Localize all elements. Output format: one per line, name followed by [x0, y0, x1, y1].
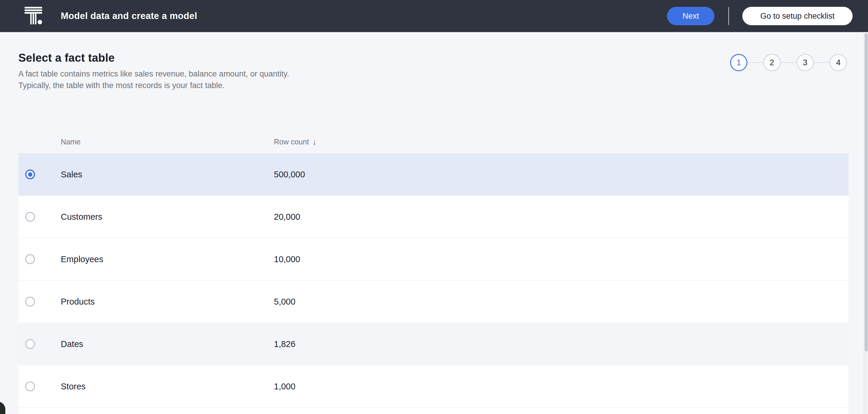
- table-cell-name: Customers: [61, 212, 102, 222]
- table-row-products[interactable]: Products 5,000: [19, 280, 848, 323]
- table-cell-name: Sales: [61, 170, 83, 179]
- next-button[interactable]: Next: [667, 7, 714, 25]
- scrollbar-thumb[interactable]: [865, 33, 868, 351]
- radio-button[interactable]: [25, 297, 35, 307]
- step-4[interactable]: 4: [830, 54, 847, 71]
- table-row-customers[interactable]: Customers 20,000: [19, 196, 848, 238]
- radio-button[interactable]: [25, 212, 35, 222]
- thoughtspot-logo-icon: [25, 7, 42, 25]
- table-cell-row-count: 10,000: [274, 255, 300, 264]
- table-row-employees[interactable]: Employees 10,000: [19, 238, 848, 280]
- page-description-line1: A fact table contains metrics like sales…: [19, 68, 289, 80]
- column-header-row-count-label: Row count: [274, 138, 309, 146]
- column-header-name[interactable]: Name: [61, 138, 81, 146]
- step-2[interactable]: 2: [763, 54, 780, 71]
- fact-table-list: Sales 500,000 Customers 20,000 Employees…: [19, 153, 848, 414]
- step-1[interactable]: 1: [730, 54, 747, 71]
- table-cell-row-count: 1,000: [274, 382, 296, 391]
- table-cell-name: Employees: [61, 255, 103, 264]
- table-cell-row-count: 1,826: [274, 339, 296, 349]
- table-cell-name: Stores: [61, 382, 86, 391]
- table-cell-row-count: 20,000: [274, 212, 300, 222]
- radio-button[interactable]: [25, 382, 35, 391]
- radio-button[interactable]: [25, 170, 35, 179]
- step-connector: [747, 62, 763, 63]
- table-row-stores[interactable]: Stores 1,000: [19, 365, 848, 408]
- page-description-line2: Typically, the table with the most recor…: [19, 80, 289, 91]
- table-cell-row-count: 5,000: [274, 297, 296, 307]
- window-title: Model data and create a model: [61, 11, 197, 21]
- page-heading: Select a fact table: [19, 52, 115, 64]
- radio-button[interactable]: [25, 339, 35, 349]
- sort-descending-icon: ↓: [312, 138, 317, 146]
- table-row-sales[interactable]: Sales 500,000: [19, 153, 848, 196]
- corner-overlay-shape: [0, 402, 5, 414]
- table-cell-name: Dates: [61, 339, 83, 349]
- step-connector: [814, 62, 830, 63]
- setup-checklist-button[interactable]: Go to setup checklist: [742, 7, 852, 25]
- table-row-dates[interactable]: Dates 1,826: [19, 323, 848, 365]
- table-row-partial: [19, 408, 848, 414]
- page-description: A fact table contains metrics like sales…: [19, 68, 289, 91]
- header-divider: [728, 7, 729, 25]
- step-3[interactable]: 3: [797, 54, 814, 71]
- table-cell-row-count: 500,000: [274, 170, 305, 179]
- radio-button[interactable]: [25, 255, 35, 264]
- app-header: Model data and create a model Next Go to…: [0, 0, 868, 32]
- step-connector: [780, 62, 797, 63]
- table-cell-name: Products: [61, 297, 95, 307]
- column-header-row-count[interactable]: Row count ↓: [274, 138, 317, 146]
